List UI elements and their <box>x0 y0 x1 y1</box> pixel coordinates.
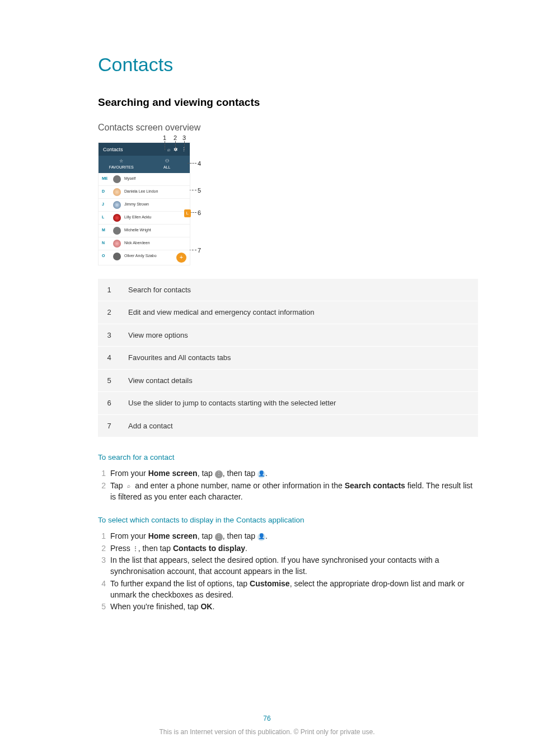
legend-text: Edit and view medical and emergency cont… <box>121 301 478 324</box>
step-text: Tap <box>110 481 125 490</box>
legend-table: 1Search for contacts 2Edit and view medi… <box>98 279 478 438</box>
step: Tap ⌕ and enter a phone number, name or … <box>98 480 478 503</box>
index-label: O <box>102 253 110 259</box>
add-contact-fab[interactable]: + <box>176 253 186 263</box>
contacts-app-mock: Contacts ⌕ ✱ ⋮ ☆ FAVOURITES ⚇ ALL <box>98 142 190 265</box>
step-text: . <box>265 531 268 540</box>
tab-all[interactable]: ⚇ ALL <box>144 156 190 173</box>
contact-name: Jimmy Strown <box>124 202 186 208</box>
contact-name: Myself <box>124 176 186 182</box>
step: Press ⋮, then tap Contacts to display. <box>98 543 478 554</box>
search-icon: ⌕ <box>125 482 133 490</box>
legend-text: Search for contacts <box>121 279 478 301</box>
step-text: In the list that appears, select the des… <box>110 556 439 576</box>
avatar <box>113 227 121 235</box>
callout-2: 2 <box>174 133 177 143</box>
list-item[interactable]: ME Myself <box>99 173 190 186</box>
contacts-app-icon: 👤 <box>257 470 265 478</box>
table-row: 1Search for contacts <box>98 279 478 301</box>
apps-icon: ⋮⋮⋮ <box>215 533 223 541</box>
page-number: 76 <box>0 713 534 724</box>
all-tab-label: ALL <box>163 165 170 169</box>
legend-num: 5 <box>98 369 121 392</box>
legend-num: 7 <box>98 414 121 437</box>
step-text: , then tap <box>138 544 173 553</box>
favourites-tab-icon: ☆ <box>100 158 143 165</box>
page-footer: 76 This is an Internet version of this p… <box>0 713 534 737</box>
table-row: 6Use the slider to jump to contacts star… <box>98 392 478 415</box>
list-item[interactable]: M Michelle Wright <box>99 225 190 237</box>
avatar <box>113 188 121 196</box>
star-icon[interactable]: ✱ <box>174 147 178 152</box>
step-text-bold: Contacts to display <box>173 544 245 553</box>
step-text-bold: OK <box>200 602 212 611</box>
index-label: D <box>102 189 110 195</box>
task-title: To search for a contact <box>98 452 478 463</box>
step-text-bold: Home screen <box>148 531 198 540</box>
avatar <box>113 253 121 260</box>
table-row: 7Add a contact <box>98 414 478 437</box>
callout-1: 1 <box>163 133 166 143</box>
step-text: and enter a phone number, name or other … <box>133 481 344 490</box>
legend-num: 2 <box>98 301 121 324</box>
legend-text: View more options <box>121 324 478 347</box>
legend-num: 6 <box>98 392 121 415</box>
callout-4: 4 <box>198 159 201 169</box>
step-text: When you're finished, tap <box>110 602 200 611</box>
contact-name: Daniela Lee Lindon <box>124 189 186 195</box>
all-tab-icon: ⚇ <box>146 158 189 165</box>
step-text: , then tap <box>223 531 257 540</box>
list-item[interactable]: J Jimmy Strown <box>99 199 190 212</box>
overflow-icon: ⋮ <box>133 545 138 553</box>
index-label: L <box>102 214 110 221</box>
step: In the list that appears, select the des… <box>98 554 478 577</box>
legend-text: View contact details <box>121 369 478 392</box>
table-row: 5View contact details <box>98 369 478 392</box>
table-row: 3View more options <box>98 324 478 347</box>
step: When you're finished, tap OK. <box>98 601 478 612</box>
subsection-heading: Contacts screen overview <box>98 121 478 134</box>
step-text: . <box>212 602 214 611</box>
step-text: From your <box>110 531 148 540</box>
legend-text: Add a contact <box>121 414 478 437</box>
footer-note: This is an Internet version of this publ… <box>0 727 534 737</box>
contact-name: Nick Aberdeen <box>124 240 186 246</box>
list-item[interactable]: N Nick Aberdeen <box>99 237 190 250</box>
legend-num: 1 <box>98 279 121 301</box>
page-title: Contacts <box>98 50 478 79</box>
index-slider-chip[interactable]: L <box>184 209 191 217</box>
index-label: M <box>102 227 110 234</box>
list-item[interactable]: L Lilly Ellen Acklu L <box>99 212 190 225</box>
list-item[interactable]: D Daniela Lee Lindon <box>99 186 190 199</box>
step-text: . <box>265 469 268 478</box>
step: To further expand the list of options, t… <box>98 578 478 601</box>
task-title: To select which contacts to display in t… <box>98 515 478 526</box>
legend-num: 4 <box>98 347 121 370</box>
section-heading: Searching and viewing contacts <box>98 95 478 111</box>
legend-text: Favourites and All contacts tabs <box>121 347 478 370</box>
contact-name: Lilly Ellen Acklu <box>124 214 186 221</box>
step-text-bold: Home screen <box>148 469 198 478</box>
contact-name: Michelle Wright <box>124 227 186 234</box>
step-text: From your <box>110 469 148 478</box>
contacts-app-icon: 👤 <box>257 533 265 541</box>
step-text: Press <box>110 544 133 553</box>
legend-num: 3 <box>98 324 121 347</box>
table-row: 2Edit and view medical and emergency con… <box>98 301 478 324</box>
index-label: ME <box>102 176 110 182</box>
legend-text: Use the slider to jump to contacts start… <box>121 392 478 415</box>
step-text-bold: Search contacts <box>345 481 405 490</box>
callout-3: 3 <box>182 133 186 143</box>
avatar <box>113 175 121 183</box>
step: From your Home screen, tap ⋮⋮⋮, then tap… <box>98 530 478 542</box>
callout-6: 6 <box>198 208 201 218</box>
callout-5: 5 <box>198 186 201 195</box>
app-title: Contacts <box>103 146 123 154</box>
overflow-icon[interactable]: ⋮ <box>181 147 186 152</box>
tab-favourites[interactable]: ☆ FAVOURITES <box>99 156 144 173</box>
screenshot-figure: 1 2 3 4 5 6 7 Contacts ⌕ ✱ <box>98 142 190 265</box>
step-text: , then tap <box>223 469 257 478</box>
search-icon[interactable]: ⌕ <box>167 147 170 152</box>
apps-icon: ⋮⋮⋮ <box>215 470 223 478</box>
table-row: 4Favourites and All contacts tabs <box>98 347 478 370</box>
